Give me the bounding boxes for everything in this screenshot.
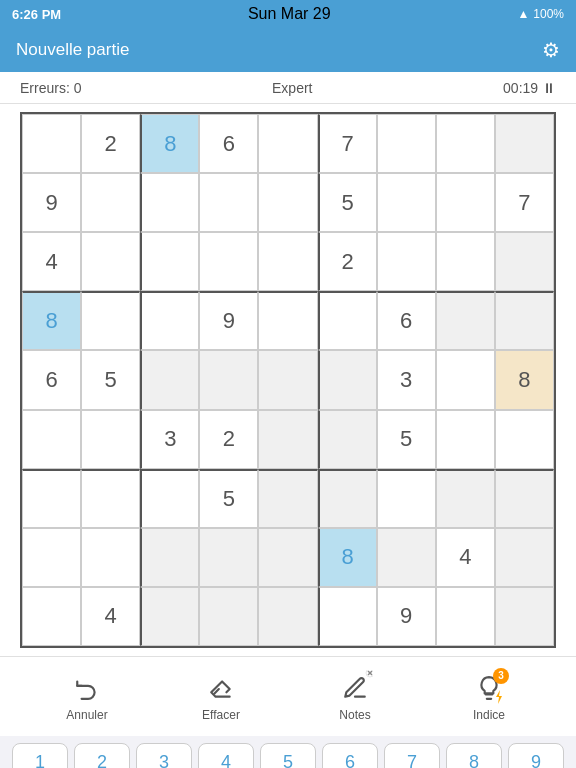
cell-1-6[interactable]: 7 [318, 114, 377, 173]
cell-1-5[interactable] [258, 114, 317, 173]
cell-8-1[interactable] [22, 528, 81, 587]
cell-7-9[interactable] [495, 469, 554, 528]
nav-title: Nouvelle partie [16, 40, 129, 60]
cell-2-4[interactable] [199, 173, 258, 232]
notes-button[interactable]: Notes [325, 672, 385, 722]
cell-3-7[interactable] [377, 232, 436, 291]
cell-5-8[interactable] [436, 350, 495, 409]
cell-8-8[interactable]: 4 [436, 528, 495, 587]
cell-5-9[interactable]: 8 [495, 350, 554, 409]
cell-7-5[interactable] [258, 469, 317, 528]
cell-3-1[interactable]: 4 [22, 232, 81, 291]
erase-button[interactable]: Effacer [191, 672, 251, 722]
cell-8-6[interactable]: 8 [318, 528, 377, 587]
hint-label: Indice [473, 708, 505, 722]
num-btn-9[interactable]: 9 [508, 743, 564, 768]
num-btn-3[interactable]: 3 [136, 743, 192, 768]
undo-button[interactable]: Annuler [57, 672, 117, 722]
cell-4-7[interactable]: 6 [377, 291, 436, 350]
cell-9-1[interactable] [22, 587, 81, 646]
cell-4-3[interactable] [140, 291, 199, 350]
cell-4-4[interactable]: 9 [199, 291, 258, 350]
cell-number-1-6: 7 [341, 131, 353, 157]
num-btn-7[interactable]: 7 [384, 743, 440, 768]
cell-9-7[interactable]: 9 [377, 587, 436, 646]
cell-6-6[interactable] [318, 410, 377, 469]
cell-4-9[interactable] [495, 291, 554, 350]
cell-9-5[interactable] [258, 587, 317, 646]
num-btn-4[interactable]: 4 [198, 743, 254, 768]
cell-6-2[interactable] [81, 410, 140, 469]
num-btn-1[interactable]: 1 [12, 743, 68, 768]
cell-3-3[interactable] [140, 232, 199, 291]
cell-1-7[interactable] [377, 114, 436, 173]
num-btn-6[interactable]: 6 [322, 743, 378, 768]
cell-1-1[interactable] [22, 114, 81, 173]
cell-5-7[interactable]: 3 [377, 350, 436, 409]
cell-4-2[interactable] [81, 291, 140, 350]
cell-7-6[interactable] [318, 469, 377, 528]
cell-5-1[interactable]: 6 [22, 350, 81, 409]
cell-1-4[interactable]: 6 [199, 114, 258, 173]
cell-7-7[interactable] [377, 469, 436, 528]
cell-9-8[interactable] [436, 587, 495, 646]
cell-5-4[interactable] [199, 350, 258, 409]
cell-6-5[interactable] [258, 410, 317, 469]
cell-4-8[interactable] [436, 291, 495, 350]
settings-icon[interactable]: ⚙ [542, 38, 560, 62]
cell-8-9[interactable] [495, 528, 554, 587]
cell-4-5[interactable] [258, 291, 317, 350]
cell-6-8[interactable] [436, 410, 495, 469]
cell-9-6[interactable] [318, 587, 377, 646]
cell-2-7[interactable] [377, 173, 436, 232]
cell-6-1[interactable] [22, 410, 81, 469]
cell-9-4[interactable] [199, 587, 258, 646]
cell-3-2[interactable] [81, 232, 140, 291]
cell-1-9[interactable] [495, 114, 554, 173]
cell-5-6[interactable] [318, 350, 377, 409]
cell-3-9[interactable] [495, 232, 554, 291]
cell-6-3[interactable]: 3 [140, 410, 199, 469]
cell-4-6[interactable] [318, 291, 377, 350]
cell-8-3[interactable] [140, 528, 199, 587]
cell-1-3[interactable]: 8 [140, 114, 199, 173]
cell-3-8[interactable] [436, 232, 495, 291]
cell-2-3[interactable] [140, 173, 199, 232]
cell-2-8[interactable] [436, 173, 495, 232]
cell-1-2[interactable]: 2 [81, 114, 140, 173]
num-btn-2[interactable]: 2 [74, 743, 130, 768]
cell-6-4[interactable]: 2 [199, 410, 258, 469]
hint-button[interactable]: 3 Indice [459, 672, 519, 722]
cell-8-2[interactable] [81, 528, 140, 587]
cell-9-9[interactable] [495, 587, 554, 646]
cell-5-3[interactable] [140, 350, 199, 409]
cell-5-2[interactable]: 5 [81, 350, 140, 409]
cell-8-4[interactable] [199, 528, 258, 587]
cell-9-3[interactable] [140, 587, 199, 646]
cell-6-7[interactable]: 5 [377, 410, 436, 469]
cell-2-1[interactable]: 9 [22, 173, 81, 232]
cell-2-6[interactable]: 5 [318, 173, 377, 232]
cell-2-5[interactable] [258, 173, 317, 232]
cell-7-2[interactable] [81, 469, 140, 528]
cell-8-7[interactable] [377, 528, 436, 587]
cell-7-4[interactable]: 5 [199, 469, 258, 528]
cell-6-9[interactable] [495, 410, 554, 469]
cell-1-8[interactable] [436, 114, 495, 173]
cell-4-1[interactable]: 8 [22, 291, 81, 350]
cell-5-5[interactable] [258, 350, 317, 409]
cell-7-3[interactable] [140, 469, 199, 528]
cell-7-8[interactable] [436, 469, 495, 528]
cell-3-6[interactable]: 2 [318, 232, 377, 291]
cell-9-2[interactable]: 4 [81, 587, 140, 646]
wifi-icon: ▲ [517, 7, 529, 21]
num-btn-5[interactable]: 5 [260, 743, 316, 768]
cell-number-7-4: 5 [223, 486, 235, 512]
cell-8-5[interactable] [258, 528, 317, 587]
num-btn-8[interactable]: 8 [446, 743, 502, 768]
cell-3-4[interactable] [199, 232, 258, 291]
cell-2-9[interactable]: 7 [495, 173, 554, 232]
cell-7-1[interactable] [22, 469, 81, 528]
cell-2-2[interactable] [81, 173, 140, 232]
cell-3-5[interactable] [258, 232, 317, 291]
